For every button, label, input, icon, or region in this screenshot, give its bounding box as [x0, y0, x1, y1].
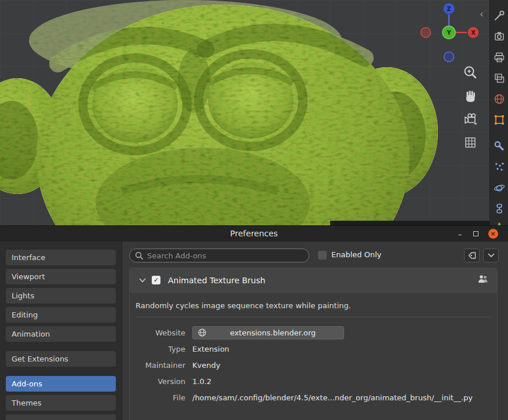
version-value: 1.0.2	[192, 377, 211, 386]
sidebar-item-partial[interactable]	[6, 414, 116, 420]
sidebar-item-themes[interactable]: Themes	[6, 395, 116, 411]
particles-tab-icon[interactable]	[493, 160, 506, 173]
properties-tab-strip	[489, 0, 508, 226]
sidebar-item-editing[interactable]: Editing	[6, 307, 116, 323]
sidebar-item-get-extensions[interactable]: Get Extensions	[6, 351, 116, 367]
type-label: Type	[130, 345, 185, 353]
axis-minus-z[interactable]	[444, 52, 454, 62]
maintainer-label: Maintainer	[130, 361, 185, 370]
toggle-ortho-button[interactable]	[461, 133, 480, 152]
maintainer-value: Kvendy	[192, 361, 220, 370]
viewport-axis-gizmo[interactable]: Z X Y	[414, 1, 484, 64]
view-layer-tab-icon[interactable]	[493, 72, 506, 85]
field-row-website: Website extensions.blender.org	[130, 324, 497, 341]
field-row-maintainer: Maintainer Kvendy	[130, 357, 497, 373]
preferences-window: Preferences – × Interface Viewport Light…	[0, 226, 508, 420]
close-button[interactable]: ×	[487, 226, 499, 242]
axis-z[interactable]: Z	[444, 3, 455, 14]
world-tab-icon[interactable]	[493, 93, 506, 105]
maximize-button[interactable]	[469, 226, 482, 242]
physics-tab-icon[interactable]	[493, 181, 506, 194]
addons-panel: Enabled Only ✓ Animated Texture Brush	[122, 242, 508, 420]
field-row-type: Type Extension	[130, 341, 497, 357]
svg-text:Z: Z	[447, 6, 451, 12]
tool-tab-icon[interactable]	[493, 9, 506, 22]
object-tab-icon[interactable]	[493, 114, 506, 126]
sidebar-separator	[6, 345, 116, 351]
tag-icon	[467, 251, 477, 260]
constraints-tab-icon[interactable]	[493, 202, 506, 215]
axis-minus-x[interactable]	[421, 28, 431, 38]
search-icon	[135, 251, 143, 260]
addon-name: Animated Texture Brush	[168, 276, 265, 285]
svg-text:Y: Y	[446, 30, 451, 36]
window-title: Preferences	[0, 229, 508, 238]
zoom-icon	[461, 64, 480, 82]
addon-description: Randomly cycles image sequence texture w…	[130, 293, 497, 317]
object-data-tab-icon[interactable]	[493, 221, 506, 226]
hand-icon	[461, 87, 480, 105]
version-label: Version	[130, 377, 185, 386]
type-value: Extension	[192, 345, 229, 353]
field-row-file: File /home/sam/.config/blender/4.5/exte.…	[130, 389, 497, 406]
zoom-button[interactable]	[461, 64, 480, 82]
enabled-only-label: Enabled Only	[331, 250, 381, 259]
community-support-icon	[477, 274, 489, 287]
camera-icon	[461, 110, 480, 129]
sidebar-item-viewport[interactable]: Viewport	[6, 269, 116, 284]
website-url: extensions.blender.org	[207, 328, 339, 337]
sidebar-item-lights[interactable]: Lights	[6, 288, 116, 304]
search-input[interactable]	[147, 251, 304, 260]
camera-view-button[interactable]	[461, 110, 480, 129]
addon-header[interactable]: ✓ Animated Texture Brush	[130, 268, 497, 293]
addons-options-dropdown[interactable]	[483, 249, 499, 262]
axis-y[interactable]: Y	[443, 26, 455, 39]
field-row-version: Version 1.0.2	[130, 373, 497, 389]
chevron-down-icon	[486, 250, 496, 261]
sidebar-separator	[6, 370, 116, 376]
website-button[interactable]: extensions.blender.org	[192, 326, 344, 339]
search-addons-field[interactable]	[129, 249, 309, 262]
sidebar-item-interface[interactable]: Interface	[6, 250, 116, 265]
grid-icon	[461, 133, 480, 152]
minimize-button[interactable]: –	[454, 226, 466, 242]
sidebar-item-addons[interactable]: Add-ons	[6, 376, 116, 392]
file-path-value: /home/sam/.config/blender/4.5/exte...nde…	[192, 393, 473, 402]
pan-button[interactable]	[461, 87, 480, 105]
expand-chevron-icon[interactable]	[138, 276, 147, 285]
file-label: File	[130, 393, 185, 402]
addon-enabled-checkbox[interactable]: ✓	[152, 276, 160, 284]
globe-icon	[198, 328, 207, 337]
enabled-only-checkbox[interactable]	[318, 251, 327, 260]
svg-text:X: X	[471, 30, 476, 36]
output-tab-icon[interactable]	[493, 51, 506, 64]
addon-card: ✓ Animated Texture Brush Randomly cycles…	[129, 268, 498, 420]
sidebar-item-animation[interactable]: Animation	[6, 326, 116, 342]
render-tab-icon[interactable]	[493, 30, 506, 43]
preferences-sidebar: Interface Viewport Lights Editing Animat…	[0, 242, 122, 420]
editor-divider	[330, 221, 489, 226]
close-icon: ×	[488, 229, 498, 239]
maximize-icon	[473, 231, 478, 236]
modifiers-tab-icon[interactable]	[493, 140, 506, 152]
sidebar-collapse-arrow[interactable]: ‹	[480, 9, 484, 19]
3d-viewport[interactable]: Z X Y	[0, 0, 489, 226]
axis-x[interactable]: X	[468, 27, 479, 38]
website-label: Website	[130, 328, 185, 337]
filter-by-tags-button[interactable]	[464, 249, 480, 262]
preferences-titlebar[interactable]: Preferences – ×	[0, 226, 508, 242]
